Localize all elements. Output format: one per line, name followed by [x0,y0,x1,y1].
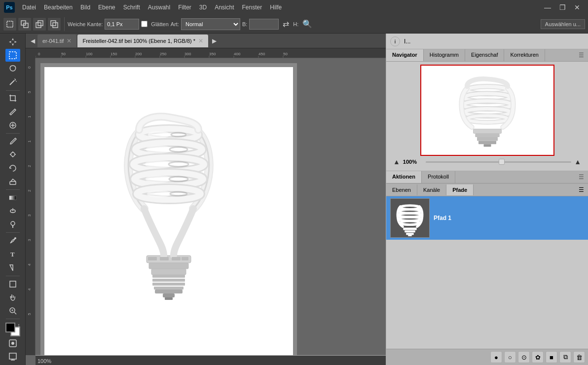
glaetten-checkbox[interactable] [141,21,147,27]
lasso-tool[interactable] [5,62,20,75]
menu-3d[interactable]: 3D [196,3,210,12]
protokoll-tab[interactable]: Protokoll [422,171,455,183]
menu-auswahl[interactable]: Auswahl [145,3,174,12]
svg-text:400: 400 [234,52,241,56]
hand-tool[interactable] [5,291,20,304]
svg-rect-6 [53,23,58,28]
text-tool[interactable]: T [5,248,20,260]
art-select[interactable]: Normal [181,18,240,30]
maximize-button[interactable]: ❐ [555,2,569,12]
menu-bearbeiten[interactable]: Bearbeiten [40,3,76,12]
menu-schrift[interactable]: Schrift [120,3,144,12]
actions-panel-menu[interactable]: ☰ [575,171,588,183]
svg-rect-75 [152,275,185,278]
gradient-tool[interactable] [5,191,20,204]
heal-tool[interactable] [5,119,20,132]
zoom-in-btn[interactable]: ▲ [574,158,581,166]
b-input[interactable] [249,19,279,30]
canvas-wrapper [40,63,297,355]
rect-select-btn[interactable] [3,17,17,31]
pen-tool[interactable] [5,234,20,247]
histogramm-tab[interactable]: Histogramm [424,49,465,61]
menu-fenster[interactable]: Fenster [239,3,266,12]
mask-mode-btn[interactable] [5,337,20,350]
zoom-slider-thumb[interactable] [499,159,505,165]
svg-rect-73 [149,263,188,269]
screen-mode-btn[interactable] [5,350,20,363]
magic-wand-tool[interactable] [5,75,20,88]
marquee-tool[interactable] [5,49,20,62]
brush-tool[interactable] [5,135,20,148]
mask-from-path-btn[interactable]: ■ [546,351,557,363]
svg-point-24 [14,237,16,239]
svg-rect-117 [473,129,501,133]
subtract-select-btn[interactable] [33,17,46,31]
menu-filter[interactable]: Filter [175,3,195,12]
svg-rect-103 [160,257,169,260]
right-panel: i I... Navigator Histogramm Eigenschaf K… [386,34,588,365]
tabs-bar: ◀ er-041.tif ✕ Freisteller-042.tif bei 1… [26,34,386,48]
eigenschaften-tab[interactable]: Eigenschaf [465,49,504,61]
tab-2-close[interactable]: ✕ [198,37,203,44]
canvas-scroll[interactable]: 0 50 100 150 200 250 300 [26,48,386,365]
svg-rect-105 [182,257,188,260]
zoom-tool[interactable] [5,304,20,317]
shape-tool[interactable] [5,278,20,291]
path-select-tool[interactable] [5,261,20,274]
nav-panel-menu[interactable]: ☰ [575,49,588,61]
clone-tool[interactable] [5,148,20,161]
fg-bg-colors[interactable]: ↕ [5,323,20,336]
title-bar-right: — ❐ ✕ [541,2,584,12]
delete-path-btn[interactable]: 🗑 [573,351,585,363]
close-button[interactable]: ✕ [570,2,584,12]
eyedropper-tool[interactable] [5,106,20,118]
canvas-inner [44,67,293,355]
intersect-select-btn[interactable] [47,17,61,31]
foreground-color[interactable] [5,323,15,332]
aktionen-tab[interactable]: Aktionen [386,171,422,183]
auswaehlen-button[interactable]: Auswählen u... [541,19,585,29]
search-icon[interactable]: 🔍 [300,18,314,30]
move-tool[interactable] [5,36,20,48]
menu-ebene[interactable]: Ebene [95,3,119,12]
navigator-tab[interactable]: Navigator [386,49,424,61]
eraser-tool[interactable] [5,175,20,188]
swap-colors-icon[interactable]: ↕ [18,323,20,328]
tab-1[interactable]: er-041.tif ✕ [37,35,76,47]
fill-path-btn[interactable]: ● [490,351,502,363]
add-select-btn[interactable] [18,17,32,31]
ebenen-tab[interactable]: Ebenen [386,184,417,195]
menu-datei[interactable]: Datei [19,3,39,12]
svg-text:150: 150 [110,52,117,56]
path-row-1[interactable]: Pfad 1 [386,196,588,240]
info-button[interactable]: i [390,36,400,46]
menu-hilfe[interactable]: Hilfe [266,3,285,12]
kanaele-tab[interactable]: Kanäle [417,184,446,195]
tab-2[interactable]: Freisteller-042.tif bei 100% (Ebene 1, R… [77,35,208,47]
minimize-button[interactable]: — [541,2,554,12]
korrekturen-tab[interactable]: Korrekturen [504,49,545,61]
weiche-kante-input[interactable] [105,19,139,30]
svg-line-28 [14,312,16,314]
path-to-selection-btn[interactable]: ⊙ [518,351,530,363]
tab-next[interactable]: ▶ [209,36,219,46]
dodge-tool[interactable] [5,218,20,231]
crop-tool[interactable] [5,92,20,105]
menu-ansicht[interactable]: Ansicht [211,3,237,12]
tab-2-label: Freisteller-042.tif bei 100% (Ebene 1, R… [82,38,195,44]
blur-tool[interactable] [5,205,20,218]
main-area: T ↕ ◀ [0,34,588,365]
menu-bild[interactable]: Bild [77,3,94,12]
swap-icon[interactable]: ⇄ [281,18,291,30]
history-brush-tool[interactable] [5,162,20,175]
zoom-slider-container[interactable] [426,158,571,166]
selection-to-path-btn[interactable]: ✿ [532,351,544,363]
svg-rect-59 [26,58,36,355]
new-path-btn[interactable]: ⧉ [559,351,571,363]
tab-prev[interactable]: ◀ [28,36,37,46]
layers-panel-menu[interactable]: ☰ [575,184,588,196]
tab-1-close[interactable]: ✕ [67,37,72,44]
stroke-path-btn[interactable]: ○ [504,351,516,363]
zoom-out-btn[interactable]: ▲ [393,158,400,166]
pfade-tab[interactable]: Pfade [446,184,474,195]
